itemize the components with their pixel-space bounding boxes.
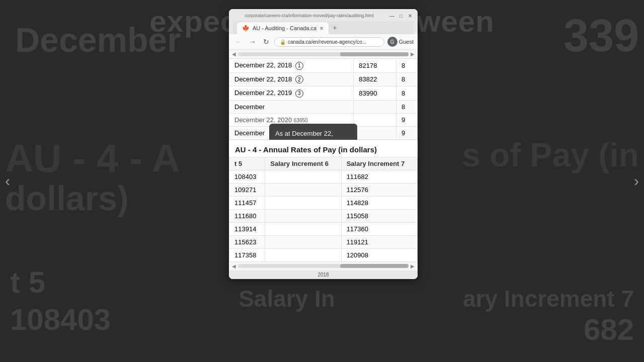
col5-cell: 109271 xyxy=(229,183,265,196)
nav-arrow-right[interactable]: › xyxy=(634,172,639,190)
section-title: AU - 4 - Annual Rates of Pay (in dollars… xyxy=(229,140,418,157)
col5-header: t 5 xyxy=(229,157,265,170)
lock-icon: 🔒 xyxy=(280,39,286,45)
date-cell: December xyxy=(229,126,354,139)
back-button[interactable]: ← xyxy=(233,37,244,47)
tab-bar: 🍁 AU - Auditing - Canada.ca ✕ + xyxy=(233,21,414,34)
col6-header: Salary Increment 6 xyxy=(265,157,341,170)
table-row: 108403 111682 xyxy=(229,170,418,183)
bg-au4-text: AU - 4 - A xyxy=(0,136,180,182)
scroll-right-arrow[interactable]: ▶ xyxy=(411,51,415,57)
date-cell: December 22, 2019 3 xyxy=(229,86,354,101)
col5-cell: 113914 xyxy=(229,222,265,235)
col5-cell: 108403 xyxy=(229,170,265,183)
footer-date: 2018 xyxy=(229,270,418,279)
forward-button[interactable]: → xyxy=(247,37,258,47)
col6-cell xyxy=(265,170,341,183)
tab-favicon: 🍁 xyxy=(242,25,250,32)
title-bar: corporate/careers-cra/information-moved/… xyxy=(229,9,418,34)
col7-cell: 115058 xyxy=(341,209,417,222)
table-row: December 9 xyxy=(229,126,418,139)
bg-108: 108403 xyxy=(10,302,111,337)
col7-header: Salary Increment 7 xyxy=(341,157,417,170)
table-row: December 22, 2020 63650 9 xyxy=(229,113,418,126)
profile-area[interactable]: G Guest xyxy=(387,37,414,47)
value2-cell: 8 xyxy=(396,59,418,73)
date-cell: December 22, 2020 63650 xyxy=(229,113,354,126)
top-scroll-container: ◀ ▶ xyxy=(229,50,418,58)
bg-682: 682 xyxy=(584,312,634,347)
table-row: December 22, 2018 2 83822 8 xyxy=(229,72,418,86)
tab-close-button[interactable]: ✕ xyxy=(319,26,324,31)
table-row: 115623 119121 xyxy=(229,235,418,248)
profile-label: Guest xyxy=(399,39,414,45)
date-cell: December 22, 2018 1 xyxy=(229,59,354,73)
au3-table: December 22, 2018 1 82178 8 December 22,… xyxy=(229,58,418,140)
scroll-thumb-bottom xyxy=(340,264,409,268)
col6-cell xyxy=(265,235,341,248)
scroll-left-arrow[interactable]: ◀ xyxy=(232,51,236,57)
scroll-track-top[interactable] xyxy=(238,52,409,56)
value1-cell: 82178 xyxy=(354,59,396,73)
step-badge: 3 xyxy=(295,89,303,98)
scroll-right-arrow-bottom[interactable]: ▶ xyxy=(411,263,415,269)
value2-cell: 8 xyxy=(396,100,418,113)
col6-cell xyxy=(265,196,341,209)
col6-cell xyxy=(265,209,341,222)
bg-dollars-text: dollars) xyxy=(5,178,129,218)
value1-cell: 83990 xyxy=(354,86,396,101)
col7-cell: 119121 xyxy=(341,235,417,248)
table-row: December 22, 2019 3 83990 8 xyxy=(229,86,418,101)
value2-cell: 9 xyxy=(396,113,418,126)
address-bar[interactable]: 🔒 canada.ca/en/revenue-agency/co... xyxy=(274,37,384,47)
step-badge: 2 xyxy=(295,75,303,83)
scroll-left-arrow-bottom[interactable]: ◀ xyxy=(232,263,236,269)
active-tab[interactable]: 🍁 AU - Auditing - Canada.ca ✕ xyxy=(237,22,329,34)
col5-cell: 111457 xyxy=(229,196,265,209)
value2-cell: 9 xyxy=(396,126,418,139)
step-badge: 1 xyxy=(295,62,303,70)
tab-label: AU - Auditing - Canada.ca xyxy=(253,25,316,31)
date-cell: December xyxy=(229,100,354,113)
table-row: 113914 117360 xyxy=(229,222,418,235)
table-header-row: t 5 Salary Increment 6 Salary Increment … xyxy=(229,157,418,170)
window-controls: — □ ✕ xyxy=(388,12,414,19)
col5-cell: 117358 xyxy=(229,248,265,261)
browser-window: corporate/careers-cra/information-moved/… xyxy=(229,9,418,279)
col6-cell xyxy=(265,248,341,261)
col6-cell xyxy=(265,183,341,196)
minimize-button[interactable]: — xyxy=(388,12,395,19)
address-text: canada.ca/en/revenue-agency/co... xyxy=(288,39,366,45)
col7-cell: 120908 xyxy=(341,248,417,261)
col6-cell xyxy=(265,222,341,235)
col5-cell: 111680 xyxy=(229,209,265,222)
value1-cell xyxy=(354,100,396,113)
bg-inc7: ary Increment 7 xyxy=(463,265,634,312)
maximize-button[interactable]: □ xyxy=(397,12,405,19)
page-content: ◀ ▶ December 22, 2018 1 82178 8 December… xyxy=(229,50,418,279)
value1-cell xyxy=(354,113,396,126)
table-row: December 8 xyxy=(229,100,418,113)
scroll-track-bottom[interactable] xyxy=(238,264,409,268)
table-row: 117358 120908 xyxy=(229,248,418,261)
nav-arrow-left[interactable]: ‹ xyxy=(5,172,10,190)
bg-t5: t 5 xyxy=(10,265,111,300)
bg-pay-text: s of Pay (in xyxy=(462,136,644,174)
nav-bar: ← → ↻ 🔒 canada.ca/en/revenue-agency/co..… xyxy=(229,34,418,50)
top-table: December 22, 2018 1 82178 8 December 22,… xyxy=(229,58,418,140)
table-row: 109271 112576 xyxy=(229,183,418,196)
value1-cell xyxy=(354,126,396,139)
date-cell: December 22, 2018 2 xyxy=(229,72,354,86)
col7-cell: 117360 xyxy=(341,222,417,235)
title-url-hint: corporate/careers-cra/information-moved/… xyxy=(233,13,385,18)
close-button[interactable]: ✕ xyxy=(407,12,414,19)
value1-cell: 83822 xyxy=(354,72,396,86)
au4-table: t 5 Salary Increment 6 Salary Increment … xyxy=(229,157,418,262)
reload-button[interactable]: ↻ xyxy=(261,37,271,47)
col7-cell: 112576 xyxy=(341,183,417,196)
col7-cell: 111682 xyxy=(341,170,417,183)
table-row: December 22, 2018 1 82178 8 xyxy=(229,59,418,73)
value2-cell: 8 xyxy=(396,86,418,101)
table-row: 111457 114828 xyxy=(229,196,418,209)
new-tab-button[interactable]: + xyxy=(329,21,341,34)
